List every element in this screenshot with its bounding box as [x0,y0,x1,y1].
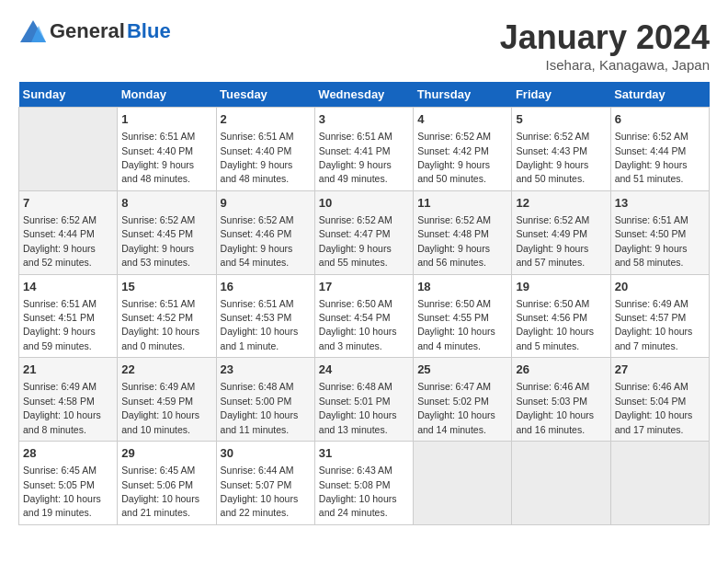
day-info: Sunrise: 6:52 AMSunset: 4:47 PMDaylight:… [319,214,392,268]
calendar-header: SundayMondayTuesdayWednesdayThursdayFrid… [19,82,710,108]
day-info: Sunrise: 6:48 AMSunset: 5:00 PMDaylight:… [221,381,299,434]
calendar-week: 28 Sunrise: 6:45 AMSunset: 5:05 PMDaylig… [19,442,710,525]
calendar-day: 16 Sunrise: 6:51 AMSunset: 4:53 PMDaylig… [216,274,314,358]
day-info: Sunrise: 6:51 AMSunset: 4:41 PMDaylight:… [319,131,392,184]
day-info: Sunrise: 6:52 AMSunset: 4:46 PMDaylight:… [221,214,294,268]
calendar-day: 13 Sunrise: 6:51 AMSunset: 4:50 PMDaylig… [610,190,709,274]
day-number: 14 [23,279,113,295]
day-number: 2 [221,111,311,128]
day-info: Sunrise: 6:49 AMSunset: 4:58 PMDaylight:… [23,381,101,434]
calendar-day: 11 Sunrise: 6:52 AMSunset: 4:48 PMDaylig… [414,190,512,274]
calendar-day [19,108,118,191]
day-info: Sunrise: 6:51 AMSunset: 4:53 PMDaylight:… [221,298,299,351]
day-info: Sunrise: 6:50 AMSunset: 4:55 PMDaylight:… [417,298,495,351]
weekday-header: Monday [118,82,216,108]
day-info: Sunrise: 6:52 AMSunset: 4:44 PMDaylight:… [615,131,688,184]
day-number: 21 [23,362,113,378]
calendar-day: 28 Sunrise: 6:45 AMSunset: 5:05 PMDaylig… [19,442,118,525]
day-info: Sunrise: 6:50 AMSunset: 4:56 PMDaylight:… [516,298,594,351]
calendar-day: 14 Sunrise: 6:51 AMSunset: 4:51 PMDaylig… [19,274,118,358]
calendar-day: 3 Sunrise: 6:51 AMSunset: 4:41 PMDayligh… [314,108,413,191]
day-number: 23 [221,362,311,378]
logo-general-text: General [50,19,125,43]
day-info: Sunrise: 6:48 AMSunset: 5:01 PMDaylight:… [319,381,397,434]
calendar-day: 1 Sunrise: 6:51 AMSunset: 4:40 PMDayligh… [118,108,216,191]
weekday-header: Friday [512,82,610,108]
day-number: 25 [417,362,507,378]
day-number: 28 [23,445,113,462]
calendar-day [414,442,512,525]
day-number: 4 [417,111,507,128]
weekday-header: Thursday [414,82,512,108]
day-info: Sunrise: 6:52 AMSunset: 4:44 PMDaylight:… [23,214,97,268]
weekday-row: SundayMondayTuesdayWednesdayThursdayFrid… [19,82,710,108]
day-number: 3 [319,111,409,128]
logo-icon [18,18,48,44]
calendar-day: 18 Sunrise: 6:50 AMSunset: 4:55 PMDaylig… [414,274,512,358]
day-number: 1 [121,111,211,128]
day-number: 7 [23,195,113,212]
day-info: Sunrise: 6:52 AMSunset: 4:45 PMDaylight:… [121,214,195,268]
day-info: Sunrise: 6:50 AMSunset: 4:54 PMDaylight:… [319,298,397,351]
day-info: Sunrise: 6:52 AMSunset: 4:43 PMDaylight:… [516,131,589,184]
calendar-day: 6 Sunrise: 6:52 AMSunset: 4:44 PMDayligh… [610,108,709,191]
day-number: 5 [516,111,606,128]
calendar-day: 26 Sunrise: 6:46 AMSunset: 5:03 PMDaylig… [512,358,610,442]
calendar-day: 21 Sunrise: 6:49 AMSunset: 4:58 PMDaylig… [19,358,118,442]
calendar-day: 9 Sunrise: 6:52 AMSunset: 4:46 PMDayligh… [216,190,314,274]
calendar-week: 7 Sunrise: 6:52 AMSunset: 4:44 PMDayligh… [19,190,710,274]
day-number: 8 [121,195,211,212]
calendar-day [512,442,610,525]
day-info: Sunrise: 6:45 AMSunset: 5:06 PMDaylight:… [121,465,199,518]
day-number: 16 [221,279,311,295]
calendar-table: SundayMondayTuesdayWednesdayThursdayFrid… [18,82,710,525]
day-number: 6 [615,111,705,128]
day-info: Sunrise: 6:51 AMSunset: 4:52 PMDaylight:… [121,298,199,351]
calendar-day: 17 Sunrise: 6:50 AMSunset: 4:54 PMDaylig… [314,274,413,358]
day-info: Sunrise: 6:46 AMSunset: 5:03 PMDaylight:… [516,381,594,434]
logo: GeneralBlue [18,18,171,44]
calendar-subtitle: Isehara, Kanagawa, Japan [500,57,710,73]
weekday-header: Wednesday [314,82,413,108]
day-info: Sunrise: 6:43 AMSunset: 5:08 PMDaylight:… [319,465,397,518]
day-info: Sunrise: 6:44 AMSunset: 5:07 PMDaylight:… [221,465,299,518]
calendar-day: 27 Sunrise: 6:46 AMSunset: 5:04 PMDaylig… [610,358,709,442]
calendar-day: 19 Sunrise: 6:50 AMSunset: 4:56 PMDaylig… [512,274,610,358]
calendar-day: 20 Sunrise: 6:49 AMSunset: 4:57 PMDaylig… [610,274,709,358]
calendar-day: 10 Sunrise: 6:52 AMSunset: 4:47 PMDaylig… [314,190,413,274]
calendar-day: 2 Sunrise: 6:51 AMSunset: 4:40 PMDayligh… [216,108,314,191]
day-number: 22 [121,362,211,378]
day-number: 30 [221,445,311,462]
day-number: 24 [319,362,409,378]
weekday-header: Sunday [19,82,118,108]
day-number: 13 [615,195,705,212]
calendar-title: January 2024 [500,18,710,57]
calendar-day: 4 Sunrise: 6:52 AMSunset: 4:42 PMDayligh… [414,108,512,191]
day-number: 18 [417,279,507,295]
calendar-day: 30 Sunrise: 6:44 AMSunset: 5:07 PMDaylig… [216,442,314,525]
day-number: 27 [615,362,705,378]
page-header: GeneralBlue January 2024 Isehara, Kanaga… [18,18,710,73]
calendar-day: 22 Sunrise: 6:49 AMSunset: 4:59 PMDaylig… [118,358,216,442]
day-number: 11 [417,195,507,212]
calendar-day: 31 Sunrise: 6:43 AMSunset: 5:08 PMDaylig… [314,442,413,525]
weekday-header: Saturday [610,82,709,108]
day-info: Sunrise: 6:52 AMSunset: 4:42 PMDaylight:… [417,131,491,184]
day-number: 10 [319,195,409,212]
calendar-body: 1 Sunrise: 6:51 AMSunset: 4:40 PMDayligh… [19,108,710,525]
calendar-day: 7 Sunrise: 6:52 AMSunset: 4:44 PMDayligh… [19,190,118,274]
day-info: Sunrise: 6:51 AMSunset: 4:40 PMDaylight:… [221,131,294,184]
calendar-day: 24 Sunrise: 6:48 AMSunset: 5:01 PMDaylig… [314,358,413,442]
day-number: 12 [516,195,606,212]
day-info: Sunrise: 6:45 AMSunset: 5:05 PMDaylight:… [23,465,101,518]
calendar-week: 21 Sunrise: 6:49 AMSunset: 4:58 PMDaylig… [19,358,710,442]
day-info: Sunrise: 6:49 AMSunset: 4:59 PMDaylight:… [121,381,199,434]
day-number: 26 [516,362,606,378]
logo-blue-text: Blue [127,19,171,43]
calendar-day: 29 Sunrise: 6:45 AMSunset: 5:06 PMDaylig… [118,442,216,525]
calendar-day: 8 Sunrise: 6:52 AMSunset: 4:45 PMDayligh… [118,190,216,274]
day-number: 17 [319,279,409,295]
day-info: Sunrise: 6:51 AMSunset: 4:40 PMDaylight:… [121,131,195,184]
day-number: 20 [615,279,705,295]
day-number: 29 [121,445,211,462]
